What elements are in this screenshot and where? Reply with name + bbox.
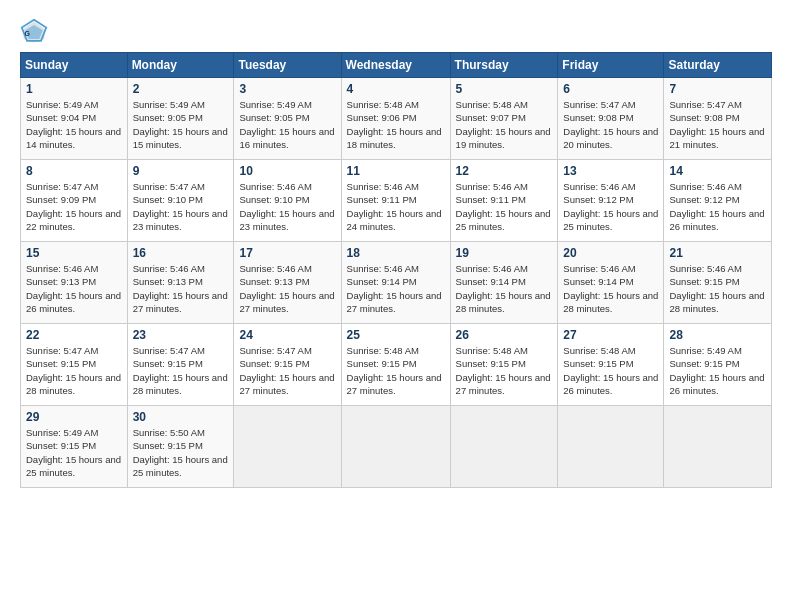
day-detail-2: Sunrise: 5:49 AMSunset: 9:05 PMDaylight:…	[133, 98, 229, 151]
day-detail-14: Sunrise: 5:46 AMSunset: 9:12 PMDaylight:…	[669, 180, 766, 233]
empty-cell	[558, 406, 664, 488]
day-number-23: 23	[133, 328, 229, 342]
day-detail-21: Sunrise: 5:46 AMSunset: 9:15 PMDaylight:…	[669, 262, 766, 315]
day-number-28: 28	[669, 328, 766, 342]
week-row-5: 29Sunrise: 5:49 AMSunset: 9:15 PMDayligh…	[21, 406, 772, 488]
weekday-header-sunday: Sunday	[21, 53, 128, 78]
day-cell-16: 16Sunrise: 5:46 AMSunset: 9:13 PMDayligh…	[127, 242, 234, 324]
day-cell-29: 29Sunrise: 5:49 AMSunset: 9:15 PMDayligh…	[21, 406, 128, 488]
day-cell-7: 7Sunrise: 5:47 AMSunset: 9:08 PMDaylight…	[664, 78, 772, 160]
day-detail-6: Sunrise: 5:47 AMSunset: 9:08 PMDaylight:…	[563, 98, 658, 151]
day-cell-23: 23Sunrise: 5:47 AMSunset: 9:15 PMDayligh…	[127, 324, 234, 406]
day-number-14: 14	[669, 164, 766, 178]
day-number-4: 4	[347, 82, 445, 96]
day-number-10: 10	[239, 164, 335, 178]
day-detail-5: Sunrise: 5:48 AMSunset: 9:07 PMDaylight:…	[456, 98, 553, 151]
day-detail-19: Sunrise: 5:46 AMSunset: 9:14 PMDaylight:…	[456, 262, 553, 315]
day-number-8: 8	[26, 164, 122, 178]
day-cell-15: 15Sunrise: 5:46 AMSunset: 9:13 PMDayligh…	[21, 242, 128, 324]
day-cell-14: 14Sunrise: 5:46 AMSunset: 9:12 PMDayligh…	[664, 160, 772, 242]
weekday-header-thursday: Thursday	[450, 53, 558, 78]
svg-text:G: G	[24, 30, 30, 37]
day-number-24: 24	[239, 328, 335, 342]
day-cell-17: 17Sunrise: 5:46 AMSunset: 9:13 PMDayligh…	[234, 242, 341, 324]
day-cell-25: 25Sunrise: 5:48 AMSunset: 9:15 PMDayligh…	[341, 324, 450, 406]
empty-cell	[664, 406, 772, 488]
day-detail-1: Sunrise: 5:49 AMSunset: 9:04 PMDaylight:…	[26, 98, 122, 151]
day-number-1: 1	[26, 82, 122, 96]
day-number-7: 7	[669, 82, 766, 96]
day-cell-3: 3Sunrise: 5:49 AMSunset: 9:05 PMDaylight…	[234, 78, 341, 160]
day-number-9: 9	[133, 164, 229, 178]
day-number-13: 13	[563, 164, 658, 178]
week-row-3: 15Sunrise: 5:46 AMSunset: 9:13 PMDayligh…	[21, 242, 772, 324]
day-number-25: 25	[347, 328, 445, 342]
day-number-30: 30	[133, 410, 229, 424]
day-number-6: 6	[563, 82, 658, 96]
day-detail-30: Sunrise: 5:50 AMSunset: 9:15 PMDaylight:…	[133, 426, 229, 479]
weekday-header-monday: Monday	[127, 53, 234, 78]
day-detail-16: Sunrise: 5:46 AMSunset: 9:13 PMDaylight:…	[133, 262, 229, 315]
day-cell-27: 27Sunrise: 5:48 AMSunset: 9:15 PMDayligh…	[558, 324, 664, 406]
logo-icon: G	[20, 18, 48, 46]
day-detail-24: Sunrise: 5:47 AMSunset: 9:15 PMDaylight:…	[239, 344, 335, 397]
day-cell-18: 18Sunrise: 5:46 AMSunset: 9:14 PMDayligh…	[341, 242, 450, 324]
day-number-3: 3	[239, 82, 335, 96]
day-cell-4: 4Sunrise: 5:48 AMSunset: 9:06 PMDaylight…	[341, 78, 450, 160]
day-detail-20: Sunrise: 5:46 AMSunset: 9:14 PMDaylight:…	[563, 262, 658, 315]
day-cell-22: 22Sunrise: 5:47 AMSunset: 9:15 PMDayligh…	[21, 324, 128, 406]
day-number-16: 16	[133, 246, 229, 260]
day-detail-22: Sunrise: 5:47 AMSunset: 9:15 PMDaylight:…	[26, 344, 122, 397]
day-detail-11: Sunrise: 5:46 AMSunset: 9:11 PMDaylight:…	[347, 180, 445, 233]
weekday-header-friday: Friday	[558, 53, 664, 78]
weekday-header-wednesday: Wednesday	[341, 53, 450, 78]
day-cell-28: 28Sunrise: 5:49 AMSunset: 9:15 PMDayligh…	[664, 324, 772, 406]
day-cell-6: 6Sunrise: 5:47 AMSunset: 9:08 PMDaylight…	[558, 78, 664, 160]
day-number-18: 18	[347, 246, 445, 260]
day-number-29: 29	[26, 410, 122, 424]
day-cell-19: 19Sunrise: 5:46 AMSunset: 9:14 PMDayligh…	[450, 242, 558, 324]
day-detail-9: Sunrise: 5:47 AMSunset: 9:10 PMDaylight:…	[133, 180, 229, 233]
day-detail-17: Sunrise: 5:46 AMSunset: 9:13 PMDaylight:…	[239, 262, 335, 315]
day-detail-8: Sunrise: 5:47 AMSunset: 9:09 PMDaylight:…	[26, 180, 122, 233]
day-number-17: 17	[239, 246, 335, 260]
day-detail-25: Sunrise: 5:48 AMSunset: 9:15 PMDaylight:…	[347, 344, 445, 397]
day-detail-3: Sunrise: 5:49 AMSunset: 9:05 PMDaylight:…	[239, 98, 335, 151]
day-detail-23: Sunrise: 5:47 AMSunset: 9:15 PMDaylight:…	[133, 344, 229, 397]
day-number-2: 2	[133, 82, 229, 96]
day-number-27: 27	[563, 328, 658, 342]
day-detail-13: Sunrise: 5:46 AMSunset: 9:12 PMDaylight:…	[563, 180, 658, 233]
page: G SundayMondayTuesdayWednesdayThursdayFr…	[0, 0, 792, 612]
day-number-5: 5	[456, 82, 553, 96]
day-number-12: 12	[456, 164, 553, 178]
day-detail-18: Sunrise: 5:46 AMSunset: 9:14 PMDaylight:…	[347, 262, 445, 315]
day-detail-29: Sunrise: 5:49 AMSunset: 9:15 PMDaylight:…	[26, 426, 122, 479]
day-cell-20: 20Sunrise: 5:46 AMSunset: 9:14 PMDayligh…	[558, 242, 664, 324]
empty-cell	[234, 406, 341, 488]
day-number-21: 21	[669, 246, 766, 260]
day-detail-10: Sunrise: 5:46 AMSunset: 9:10 PMDaylight:…	[239, 180, 335, 233]
day-detail-7: Sunrise: 5:47 AMSunset: 9:08 PMDaylight:…	[669, 98, 766, 151]
day-cell-12: 12Sunrise: 5:46 AMSunset: 9:11 PMDayligh…	[450, 160, 558, 242]
day-cell-9: 9Sunrise: 5:47 AMSunset: 9:10 PMDaylight…	[127, 160, 234, 242]
day-detail-26: Sunrise: 5:48 AMSunset: 9:15 PMDaylight:…	[456, 344, 553, 397]
weekday-header-tuesday: Tuesday	[234, 53, 341, 78]
day-detail-4: Sunrise: 5:48 AMSunset: 9:06 PMDaylight:…	[347, 98, 445, 151]
day-cell-8: 8Sunrise: 5:47 AMSunset: 9:09 PMDaylight…	[21, 160, 128, 242]
day-detail-27: Sunrise: 5:48 AMSunset: 9:15 PMDaylight:…	[563, 344, 658, 397]
day-cell-13: 13Sunrise: 5:46 AMSunset: 9:12 PMDayligh…	[558, 160, 664, 242]
week-row-2: 8Sunrise: 5:47 AMSunset: 9:09 PMDaylight…	[21, 160, 772, 242]
day-cell-10: 10Sunrise: 5:46 AMSunset: 9:10 PMDayligh…	[234, 160, 341, 242]
logo: G	[20, 18, 52, 46]
weekday-header-saturday: Saturday	[664, 53, 772, 78]
day-cell-30: 30Sunrise: 5:50 AMSunset: 9:15 PMDayligh…	[127, 406, 234, 488]
day-cell-21: 21Sunrise: 5:46 AMSunset: 9:15 PMDayligh…	[664, 242, 772, 324]
day-number-22: 22	[26, 328, 122, 342]
day-cell-26: 26Sunrise: 5:48 AMSunset: 9:15 PMDayligh…	[450, 324, 558, 406]
empty-cell	[341, 406, 450, 488]
calendar: SundayMondayTuesdayWednesdayThursdayFrid…	[20, 52, 772, 488]
header: G	[20, 18, 772, 46]
week-row-4: 22Sunrise: 5:47 AMSunset: 9:15 PMDayligh…	[21, 324, 772, 406]
day-number-11: 11	[347, 164, 445, 178]
day-detail-15: Sunrise: 5:46 AMSunset: 9:13 PMDaylight:…	[26, 262, 122, 315]
